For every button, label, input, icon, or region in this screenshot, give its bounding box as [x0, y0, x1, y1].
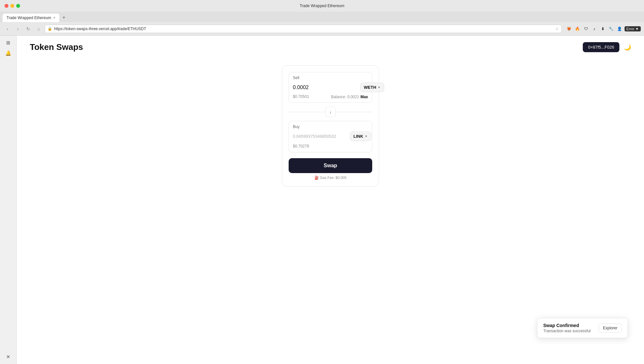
bookmark-icon: ☆: [555, 27, 559, 31]
gas-fee: ⛽ Gas Fee: $0.005: [289, 176, 372, 180]
sell-token-label: WETH: [364, 85, 376, 90]
sidebar-panels-icon[interactable]: ⊞: [4, 38, 13, 47]
swap-direction-row: ↓: [289, 107, 372, 117]
swap-button[interactable]: Swap: [289, 158, 372, 173]
explorer-button[interactable]: Explorer: [599, 323, 622, 333]
sell-token-chevron: ▼: [377, 86, 381, 89]
swap-card: Sell WETH ▼ $0.70501 Balance: 0.0021: [282, 65, 379, 187]
sidebar: ⊞ 🔔 ✕: [0, 36, 17, 364]
buy-token-selector[interactable]: LINK ▼: [350, 132, 371, 141]
title-bar: Trade Wrapped Ethereum: [0, 0, 644, 12]
fullscreen-traffic-light[interactable]: [16, 4, 20, 8]
window-title: Trade Wrapped Ethereum: [300, 4, 344, 8]
sell-amount-input[interactable]: [293, 85, 358, 90]
buy-amount-input[interactable]: [293, 134, 347, 139]
buy-token-label: LINK: [353, 134, 363, 139]
ext-icon-5[interactable]: ⬇: [599, 25, 606, 32]
back-button[interactable]: ‹: [3, 25, 12, 33]
main-content: Token Swaps 0×87f5...F026 🌙 Sell WET: [17, 36, 644, 364]
browser-body: ⊞ 🔔 ✕ Token Swaps 0×87f5...F026 🌙 Sell: [0, 36, 644, 364]
home-button[interactable]: ⌂: [34, 25, 43, 33]
ext-icon-3[interactable]: 🛡: [582, 25, 590, 32]
sidebar-bell-icon[interactable]: 🔔: [4, 49, 13, 58]
add-tab-button[interactable]: +: [60, 14, 68, 21]
buy-section: Buy LINK ▼ $0.70278: [289, 121, 372, 152]
tab-label: Trade Wrapped Ethereum: [6, 16, 51, 20]
sell-balance-row: Balance: 0.0021 Max: [331, 95, 368, 99]
tab-bar: Trade Wrapped Ethereum × +: [0, 12, 644, 22]
ext-icon-6[interactable]: 🔧: [608, 25, 615, 32]
close-traffic-light[interactable]: [5, 4, 8, 8]
tab-close-button[interactable]: ×: [53, 16, 55, 20]
buy-label: Buy: [293, 124, 368, 129]
toast-content: Swap Confirmed Transaction was successfu…: [543, 323, 593, 333]
address-bar[interactable]: 🔒 https://token-swaps-three.vercel.app/t…: [45, 25, 562, 33]
active-tab[interactable]: Trade Wrapped Ethereum ×: [3, 14, 59, 22]
sell-label: Sell: [293, 76, 368, 80]
minimize-traffic-light[interactable]: [10, 4, 14, 8]
buy-token-chevron: ▼: [364, 135, 368, 138]
metamask-ext-icon[interactable]: 🦊: [566, 25, 573, 32]
error-badge[interactable]: Error ▼: [625, 26, 641, 31]
toolbar: ‹ › ↻ ⌂ 🔒 https://token-swaps-three.verc…: [0, 22, 644, 36]
app-header: Token Swaps 0×87f5...F026 🌙: [17, 36, 644, 59]
sell-section: Sell WETH ▼ $0.70501 Balance: 0.0021: [289, 72, 372, 103]
sell-token-selector[interactable]: WETH ▼: [360, 83, 384, 92]
sidebar-close-icon[interactable]: ✕: [4, 352, 13, 361]
swap-confirmed-toast: Swap Confirmed Transaction was successfu…: [537, 318, 628, 338]
swap-direction-button[interactable]: ↓: [325, 107, 336, 117]
sell-token-row: WETH ▼: [293, 83, 368, 92]
theme-toggle-button[interactable]: 🌙: [624, 44, 631, 51]
toast-title: Swap Confirmed: [543, 323, 593, 328]
traffic-lights: [5, 4, 20, 8]
wallet-address-button[interactable]: 0×87f5...F026: [583, 42, 619, 52]
url-text: https://token-swaps-three.vercel.app/tra…: [54, 27, 146, 31]
lock-icon: 🔒: [48, 27, 52, 31]
forward-button[interactable]: ›: [14, 25, 22, 33]
gas-fee-text: ⛽ Gas Fee: $0.005: [315, 176, 347, 180]
buy-usd-value: $0.70278: [293, 144, 309, 148]
sell-usd-value: $0.70501: [293, 94, 309, 99]
sell-max-button[interactable]: Max: [361, 95, 368, 99]
ext-icon-7[interactable]: 👤: [616, 25, 623, 32]
buy-token-row: LINK ▼: [293, 132, 368, 141]
ext-icon-4[interactable]: ♪: [591, 25, 598, 32]
reload-button[interactable]: ↻: [24, 25, 32, 33]
app-title: Token Swaps: [30, 42, 83, 52]
sell-balance-label: Balance: 0.0021: [331, 95, 359, 99]
ext-icon-2[interactable]: 🔥: [574, 25, 581, 32]
browser-extensions: 🦊 🔥 🛡 ♪ ⬇ 🔧 👤 Error ▼: [566, 25, 641, 32]
toast-subtitle: Transaction was successful: [543, 329, 593, 333]
